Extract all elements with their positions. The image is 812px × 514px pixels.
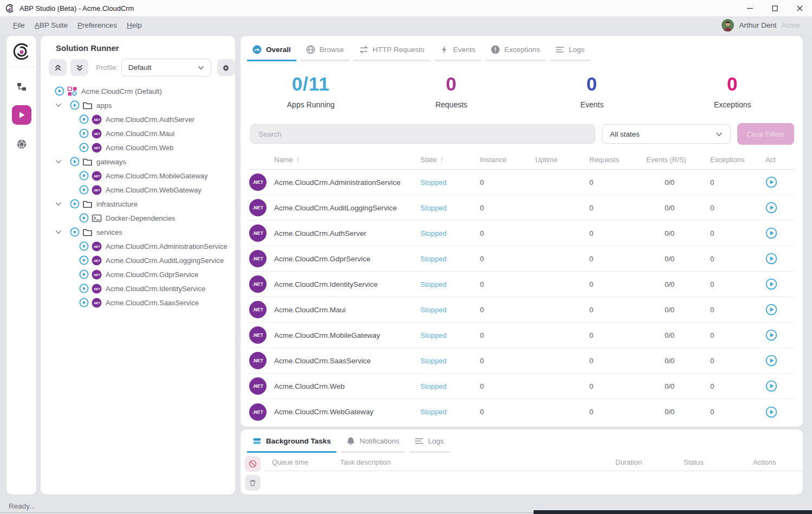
col-exceptions[interactable]: Exceptions (710, 156, 765, 164)
chevron-down-icon[interactable] (54, 200, 63, 208)
tree-item[interactable]: .NET services (41, 225, 235, 239)
app-name: Acme.CloudCrm.Web (274, 382, 420, 390)
tab-overall[interactable]: Overall (247, 43, 296, 61)
tab-label: HTTP Requests (373, 46, 425, 54)
run-icon[interactable] (79, 241, 89, 251)
app-instance: 0 (480, 255, 535, 263)
menu-abp-suite[interactable]: ABP Suite (35, 21, 68, 29)
col-requests[interactable]: Requests (589, 156, 646, 164)
tab-http-requests[interactable]: HTTP Requests (354, 43, 430, 61)
close-button[interactable] (787, 0, 812, 16)
solution-runner-nav-icon[interactable] (12, 105, 31, 125)
state-filter-select[interactable]: All states (602, 124, 731, 144)
solution-explorer-nav-icon[interactable] (12, 77, 31, 97)
tab-exceptions[interactable]: Exceptions (485, 43, 545, 61)
tab-events[interactable]: Events (434, 43, 481, 61)
user-cluster[interactable]: Arthur Dent Acme (722, 16, 800, 34)
menu-preferences[interactable]: Preferences (77, 21, 117, 29)
minimize-button[interactable] (737, 0, 762, 16)
expand-all-button[interactable] (70, 59, 88, 76)
menu-file[interactable]: File (13, 21, 25, 29)
start-app-button[interactable] (765, 278, 777, 290)
app-name: Acme.CloudCrm.MobileGateway (274, 331, 420, 339)
run-icon[interactable] (79, 114, 89, 124)
kubernetes-nav-icon[interactable] (12, 134, 31, 154)
run-icon[interactable] (70, 100, 80, 110)
bell-icon (346, 436, 355, 446)
start-app-button[interactable] (765, 380, 777, 392)
collapse-all-button[interactable] (49, 59, 67, 76)
run-icon[interactable] (70, 157, 80, 166)
run-icon[interactable] (79, 185, 89, 195)
cancel-tasks-button[interactable] (245, 456, 261, 472)
tree-item[interactable]: .NET gateways (41, 155, 235, 169)
app-row: .NET Acme.CloudCrm.AuthServer Stopped 0 … (249, 221, 794, 246)
run-icon[interactable] (79, 298, 89, 307)
run-icon[interactable] (79, 143, 89, 152)
tab-background-tasks[interactable]: Background Tasks (247, 434, 336, 453)
col-name[interactable]: Name↑ (274, 156, 420, 164)
start-app-button[interactable] (765, 304, 777, 316)
run-icon[interactable] (79, 269, 89, 279)
tree-item[interactable]: .NET Acme.CloudCrm.SaasService (41, 295, 235, 310)
background-tasks-body: Queue time Task description Duration Sta… (241, 454, 803, 491)
run-icon[interactable] (79, 213, 89, 223)
app-actions-cell (765, 227, 794, 239)
run-icon[interactable] (79, 171, 89, 181)
tab-bottom-logs[interactable]: Logs (409, 434, 449, 453)
stat-value: 0 (662, 73, 803, 95)
col-uptime[interactable]: Uptime (535, 156, 589, 164)
start-app-button[interactable] (765, 176, 777, 188)
chevron-down-icon[interactable] (54, 101, 63, 110)
run-icon[interactable] (55, 86, 64, 96)
tree-item[interactable]: .NET Acme.CloudCrm.MobileGateway (41, 169, 235, 183)
tree-item[interactable]: .NET apps (41, 98, 235, 112)
run-icon[interactable] (70, 199, 80, 209)
tree-item[interactable]: .NET Acme.CloudCrm.GdprService (41, 267, 235, 281)
col-state[interactable]: State↑ (420, 156, 480, 164)
chevron-down-icon[interactable] (54, 157, 63, 166)
tree-item[interactable]: .NET Acme.CloudCrm (Default) (41, 84, 235, 98)
col-instance[interactable]: Instance (480, 156, 535, 164)
tree-item[interactable]: .NET Acme.CloudCrm.WebGateway (41, 183, 235, 197)
profile-select[interactable]: Default (121, 59, 211, 76)
col-actions[interactable]: Act (765, 156, 794, 164)
tree-item[interactable]: .NET Acme.CloudCrm.AdministrationService (41, 239, 235, 253)
tree-item[interactable]: .NET Acme.CloudCrm.Maui (41, 126, 235, 140)
menu-help[interactable]: Help (127, 21, 142, 29)
tree-item[interactable]: .NET Acme.CloudCrm.AuthServer (41, 112, 235, 126)
start-app-button[interactable] (765, 406, 777, 418)
start-app-button[interactable] (765, 355, 777, 367)
tab-notifications[interactable]: Notifications (341, 434, 405, 453)
tree-item[interactable]: .NET infrastructure (41, 197, 235, 211)
search-input[interactable] (250, 124, 595, 144)
tree-item[interactable]: .NET Acme.CloudCrm.IdentityService (41, 281, 235, 295)
tab-logs[interactable]: Logs (550, 43, 590, 61)
start-app-button[interactable] (765, 202, 777, 214)
start-app-button[interactable] (765, 329, 777, 341)
app-row: .NET Acme.CloudCrm.IdentityService Stopp… (249, 272, 794, 297)
chevron-down-icon[interactable] (54, 228, 63, 236)
start-app-button[interactable] (765, 253, 777, 265)
stat-label: Requests (381, 100, 522, 109)
col-events[interactable]: Events (R/S) (646, 156, 710, 164)
tree-item[interactable]: .NET Docker-Dependencies (41, 211, 235, 225)
dotnet-icon: .NET (249, 352, 267, 369)
app-exceptions: 0 (710, 229, 765, 237)
app-instance: 0 (480, 204, 535, 212)
tab-browse[interactable]: Browse (301, 43, 349, 61)
maximize-button[interactable] (762, 0, 787, 16)
run-icon[interactable] (79, 255, 89, 265)
run-icon[interactable] (79, 284, 89, 293)
app-icon-cell: .NET (249, 301, 274, 318)
clear-filters-button[interactable]: Clear Filters (737, 123, 794, 145)
tree-item[interactable]: .NET Acme.CloudCrm.AuditLoggingService (41, 253, 235, 267)
start-app-button[interactable] (765, 227, 777, 239)
tree-item[interactable]: .NET Acme.CloudCrm.Web (41, 140, 235, 155)
profile-settings-button[interactable] (217, 59, 235, 76)
run-icon[interactable] (70, 227, 80, 237)
clear-tasks-button[interactable] (245, 475, 261, 491)
run-icon[interactable] (79, 128, 89, 138)
app-actions-cell (765, 176, 794, 188)
app-row: .NET Acme.CloudCrm.MobileGateway Stopped… (249, 323, 794, 348)
